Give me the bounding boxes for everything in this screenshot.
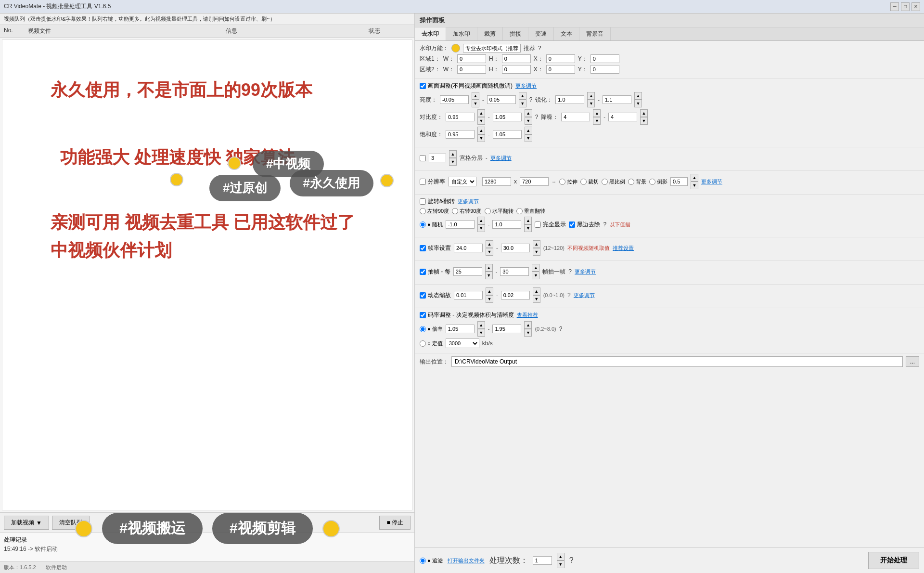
start-process-button[interactable]: 开始处理 bbox=[868, 552, 919, 569]
rotation-flip-v-radio[interactable]: 垂直翻转 bbox=[516, 208, 545, 215]
rotation-random-input[interactable] bbox=[420, 221, 426, 228]
saturation-min-up[interactable]: ▲ bbox=[477, 127, 485, 134]
framerate-min-down[interactable]: ▼ bbox=[486, 248, 493, 256]
bitrate-max-input[interactable] bbox=[492, 325, 521, 333]
rotation-more-link[interactable]: 更多调节 bbox=[458, 198, 479, 205]
resolution-shadow-radio-input[interactable] bbox=[649, 179, 655, 185]
filter-radio-input[interactable] bbox=[420, 558, 426, 564]
grid-more-link[interactable]: 更多调节 bbox=[490, 155, 512, 162]
grid-value-input[interactable] bbox=[429, 154, 446, 162]
contrast-min-up[interactable]: ▲ bbox=[477, 109, 485, 117]
contrast-max-input[interactable] bbox=[493, 113, 522, 121]
output-path-input[interactable] bbox=[451, 356, 903, 367]
bitrate-fixed-input[interactable] bbox=[420, 340, 426, 347]
noise-min-input[interactable] bbox=[561, 113, 590, 121]
rotation-checkbox[interactable] bbox=[420, 198, 426, 205]
dynamic-encode-checkbox[interactable] bbox=[420, 292, 426, 299]
rotation-flip-v-input[interactable] bbox=[516, 208, 523, 214]
saturation-max-up[interactable]: ▲ bbox=[525, 127, 532, 134]
rotation-flip-h-input[interactable] bbox=[485, 208, 491, 214]
grid-up[interactable]: ▲ bbox=[449, 150, 457, 158]
dynamic-encode-min-input[interactable] bbox=[454, 291, 483, 300]
rotation-flip-h-radio[interactable]: 水平翻转 bbox=[485, 208, 513, 215]
dropdown-arrow-icon[interactable]: ▼ bbox=[36, 520, 42, 526]
process-count-down[interactable]: ▼ bbox=[557, 560, 565, 568]
contrast-min-down[interactable]: ▼ bbox=[477, 117, 485, 125]
framerate-recommend-link[interactable]: 推荐设置 bbox=[613, 245, 634, 252]
bitrate-fixed-radio[interactable]: ○ 定值 bbox=[420, 340, 443, 347]
interpolation-min-down[interactable]: ▼ bbox=[485, 272, 493, 279]
noise-max-up[interactable]: ▲ bbox=[640, 109, 648, 117]
clear-queue-button[interactable]: 清空队列 bbox=[52, 516, 90, 530]
noise-min-up[interactable]: ▲ bbox=[593, 109, 601, 117]
rotation-min-down[interactable]: ▼ bbox=[477, 224, 485, 232]
brightness-max-up[interactable]: ▲ bbox=[519, 92, 526, 100]
saturation-min-input[interactable] bbox=[446, 130, 475, 139]
area2-x-input[interactable] bbox=[546, 65, 575, 74]
bitrate-recommend-link[interactable]: 查看推荐 bbox=[517, 312, 538, 319]
interpolation-checkbox-label[interactable]: 抽帧 - 每 bbox=[420, 268, 450, 276]
grid-down[interactable]: ▼ bbox=[449, 158, 457, 166]
rotation-min-up[interactable]: ▲ bbox=[477, 217, 485, 224]
framerate-max-input[interactable] bbox=[501, 244, 530, 252]
maximize-button[interactable]: □ bbox=[901, 2, 910, 11]
rotation-random-min-input[interactable] bbox=[446, 220, 475, 229]
interpolation-max-down[interactable]: ▼ bbox=[532, 272, 539, 279]
resolution-shadow-radio[interactable]: 倒影 bbox=[649, 178, 667, 185]
bitrate-multiplier-radio[interactable]: ● 倍率 bbox=[420, 326, 443, 333]
sharpen-min-down[interactable]: ▼ bbox=[587, 100, 595, 107]
tab-splice[interactable]: 拼接 bbox=[503, 27, 528, 40]
noise-min-down[interactable]: ▼ bbox=[593, 117, 601, 125]
shadow-value-input[interactable] bbox=[670, 177, 688, 186]
framerate-min-up[interactable]: ▲ bbox=[486, 240, 493, 248]
filter-radio[interactable]: ● 追滤 bbox=[420, 557, 443, 564]
resolution-stretch-radio[interactable]: 拉伸 bbox=[559, 178, 578, 185]
bitrate-max-down[interactable]: ▼ bbox=[524, 329, 532, 337]
area2-h-input[interactable] bbox=[502, 65, 531, 74]
noise-max-down[interactable]: ▼ bbox=[640, 117, 648, 125]
tab-text[interactable]: 文本 bbox=[554, 27, 579, 40]
brightness-min-up[interactable]: ▲ bbox=[472, 92, 479, 100]
dynamic-encode-min-down[interactable]: ▼ bbox=[486, 295, 493, 303]
load-video-button[interactable]: 加载视频 ▼ bbox=[4, 516, 49, 530]
rotation-right90-radio[interactable]: 右转90度 bbox=[452, 208, 481, 215]
bitrate-fixed-select[interactable]: 3000 bbox=[446, 339, 479, 348]
saturation-max-input[interactable] bbox=[493, 130, 522, 139]
sharpen-max-down[interactable]: ▼ bbox=[634, 100, 642, 107]
interpolation-checkbox[interactable] bbox=[420, 269, 426, 275]
framerate-min-input[interactable] bbox=[454, 244, 483, 252]
grid-checkbox-label[interactable] bbox=[420, 155, 426, 161]
rotation-full-show-label[interactable]: 完全显示 bbox=[535, 221, 566, 229]
interpolation-more-link[interactable]: 更多调节 bbox=[575, 268, 596, 275]
area2-w-input[interactable] bbox=[457, 65, 486, 74]
resolution-stretch-radio-input[interactable] bbox=[559, 179, 565, 185]
area2-y-input[interactable] bbox=[590, 65, 619, 74]
dynamic-encode-max-down[interactable]: ▼ bbox=[533, 295, 540, 303]
area1-y-input[interactable] bbox=[590, 54, 619, 63]
tab-remove-watermark[interactable]: 去水印 bbox=[415, 27, 446, 40]
rotation-random-max-input[interactable] bbox=[492, 220, 521, 229]
bitrate-min-down[interactable]: ▼ bbox=[477, 329, 485, 337]
resolution-custom-select[interactable]: 自定义 bbox=[448, 177, 476, 186]
sharpen-max-input[interactable] bbox=[603, 95, 631, 104]
rotation-left90-input[interactable] bbox=[420, 208, 426, 214]
shadow-down[interactable]: ▼ bbox=[691, 182, 698, 189]
area1-h-input[interactable] bbox=[502, 54, 531, 63]
process-count-up[interactable]: ▲ bbox=[557, 553, 565, 560]
screen-adjust-checkbox[interactable] bbox=[420, 83, 426, 89]
grid-checkbox[interactable] bbox=[420, 155, 426, 161]
rotation-right90-input[interactable] bbox=[452, 208, 458, 214]
interpolation-min-input[interactable] bbox=[453, 267, 482, 276]
interpolation-max-up[interactable]: ▲ bbox=[532, 264, 539, 272]
interpolation-max-input[interactable] bbox=[500, 267, 529, 276]
resolution-bg-radio-input[interactable] bbox=[628, 179, 634, 185]
noise-max-input[interactable] bbox=[608, 113, 637, 121]
dynamic-encode-max-up[interactable]: ▲ bbox=[533, 287, 540, 295]
resolution-ratio-radio-input[interactable] bbox=[602, 179, 608, 185]
resolution-bg-radio[interactable]: 背景 bbox=[628, 178, 646, 185]
framerate-checkbox[interactable] bbox=[420, 245, 426, 251]
bitrate-max-up[interactable]: ▲ bbox=[524, 321, 532, 329]
brightness-min-input[interactable] bbox=[440, 95, 469, 104]
area1-x-input[interactable] bbox=[546, 54, 575, 63]
framerate-max-down[interactable]: ▼ bbox=[533, 248, 540, 256]
